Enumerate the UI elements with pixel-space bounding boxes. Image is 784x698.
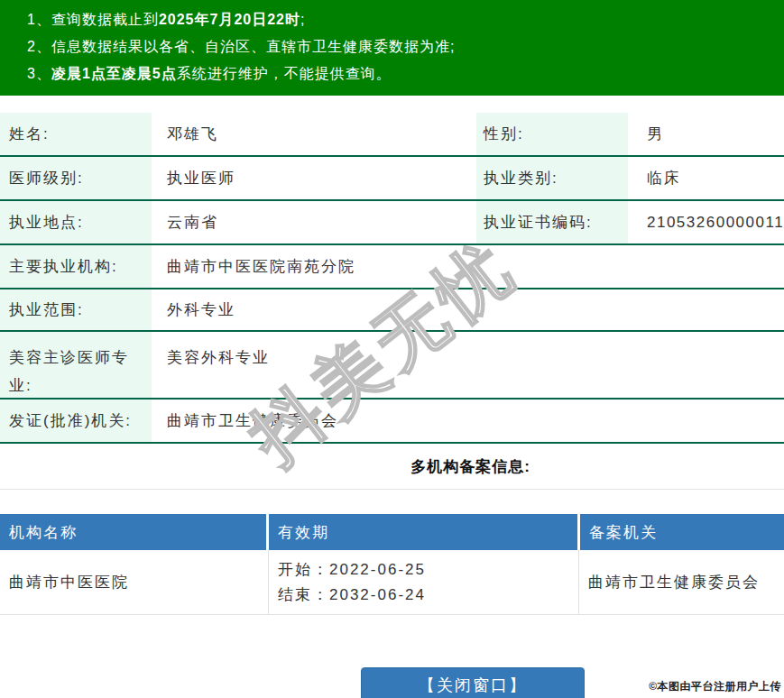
- field-label-text: 执业范围:: [9, 299, 84, 320]
- field-label-text: 执业证书编码:: [484, 212, 593, 233]
- practice-scope-value: 外科专业: [152, 289, 784, 330]
- field-label-text: 姓名:: [9, 124, 50, 144]
- field-value-text: 210532600000117: [647, 214, 784, 232]
- gender-label: 性别:: [476, 113, 628, 155]
- section-title: 多机构备案信息:: [78, 456, 784, 477]
- field-value-text: 临床: [647, 168, 680, 188]
- notice-num: 2、: [27, 39, 51, 54]
- profile-row-main-institution: 主要执业机构: 曲靖市中医医院南苑分院: [0, 245, 784, 289]
- record-authority-cell: 曲靖市卫生健康委员会: [579, 550, 784, 614]
- records-table-header: 机构名称 有效期 备案机关: [0, 514, 784, 550]
- profile-row-location-certno: 执业地点: 云南省 执业证书编码: 210532600000117: [0, 201, 784, 245]
- practice-category-value: 临床: [628, 157, 784, 199]
- header-institution-name: 机构名称: [0, 514, 266, 550]
- issuing-authority-value: 曲靖市卫生健康委员会: [152, 400, 784, 442]
- cert-number-label: 执业证书编码:: [476, 201, 628, 243]
- header-record-authority: 备案机关: [580, 514, 784, 550]
- cosmetic-specialty-label: 美容主诊医师专业:: [0, 332, 152, 398]
- field-value-text: 执业医师: [167, 168, 235, 188]
- name-label: 姓名:: [0, 113, 152, 155]
- header-text: 备案机关: [589, 522, 658, 543]
- field-value-text: 曲靖市中医医院南苑分院: [167, 256, 355, 277]
- cert-number-value: 210532600000117: [628, 201, 784, 243]
- field-value-text: 曲靖市卫生健康委员会: [167, 410, 338, 431]
- field-value-text: 云南省: [167, 212, 218, 233]
- cosmetic-specialty-value: 美容外科专业: [152, 332, 784, 398]
- notice-num: 3、: [27, 66, 51, 81]
- institution-name-cell: 曲靖市中医医院: [0, 550, 269, 614]
- notice-line-1: 1、查询数据截止到2025年7月20日22时;: [27, 6, 775, 33]
- profile-row-name-gender: 姓名: 邓雄飞 性别: 男: [0, 113, 784, 157]
- field-label-text: 美容主诊医师专业:: [9, 344, 144, 400]
- practice-scope-label: 执业范围:: [0, 289, 152, 330]
- header-text: 有效期: [278, 522, 329, 543]
- validity-period-cell: 开始：2022-06-25 结束：2032-06-24: [269, 550, 579, 614]
- field-label-text: 执业地点:: [9, 212, 84, 233]
- notice-text: 查询数据截止到: [51, 12, 159, 27]
- field-value-text: 美容外科专业: [167, 344, 270, 372]
- table-row: 曲靖市中医医院 开始：2022-06-25 结束：2032-06-24 曲靖市卫…: [0, 550, 784, 615]
- field-label-text: 医师级别:: [9, 168, 84, 188]
- field-label-text: 性别:: [484, 124, 524, 144]
- cell-text: 曲靖市中医医院: [9, 572, 268, 592]
- practice-location-label: 执业地点:: [0, 201, 152, 243]
- notice-line-2: 2、信息数据结果以各省、自治区、直辖市卫生健康委数据为准;: [27, 33, 775, 60]
- records-table: 机构名称 有效期 备案机关 曲靖市中医医院 开始：2022-06-25 结束：2…: [0, 514, 784, 615]
- header-text: 机构名称: [9, 522, 78, 543]
- issuing-authority-label: 发证(批准)机关:: [0, 400, 152, 442]
- profile-row-issuing-authority: 发证(批准)机关: 曲靖市卫生健康委员会: [0, 400, 784, 444]
- notice-text-bold: 2025年7月20日22时: [159, 12, 300, 27]
- practice-location-value: 云南省: [152, 201, 476, 243]
- notice-text-bold: 凌晨1点至凌晨5点: [51, 66, 177, 81]
- doctor-profile-table: 姓名: 邓雄飞 性别: 男 医师级别: 执业医师 执业类别: 临床 执业地点: …: [0, 113, 784, 444]
- practice-category-label: 执业类别:: [476, 157, 628, 199]
- notice-text: ;: [300, 12, 305, 27]
- notice-line-3: 3、凌晨1点至凌晨5点系统进行维护，不能提供查询。: [27, 60, 775, 87]
- cell-text: 曲靖市卫生健康委员会: [588, 572, 784, 592]
- upload-attribution: ©本图由平台注册用户上传: [649, 679, 781, 694]
- profile-row-practice-scope: 执业范围: 外科专业: [0, 289, 784, 332]
- close-window-button[interactable]: 【关闭窗口】: [361, 667, 585, 698]
- profile-row-cosmetic-specialty: 美容主诊医师专业: 美容外科专业: [0, 332, 784, 400]
- valid-to-text: 结束：2032-06-24: [278, 583, 578, 608]
- doctor-level-label: 医师级别:: [0, 157, 152, 199]
- field-value-text: 男: [647, 124, 664, 144]
- doctor-level-value: 执业医师: [152, 157, 476, 199]
- profile-row-level-category: 医师级别: 执业医师 执业类别: 临床: [0, 157, 784, 201]
- notice-num: 1、: [27, 12, 51, 27]
- field-label-text: 发证(批准)机关:: [9, 410, 132, 431]
- field-label-text: 执业类别:: [484, 168, 558, 188]
- gender-value: 男: [628, 113, 784, 155]
- notice-text: 信息数据结果以各省、自治区、直辖市卫生健康委数据为准;: [51, 39, 455, 54]
- field-label-text: 主要执业机构:: [9, 256, 118, 277]
- header-validity-period: 有效期: [269, 514, 577, 550]
- notice-text: 系统进行维护，不能提供查询。: [177, 66, 392, 81]
- field-value-text: 邓雄飞: [167, 124, 218, 144]
- main-institution-value: 曲靖市中医医院南苑分院: [152, 245, 784, 288]
- valid-from-text: 开始：2022-06-25: [278, 557, 578, 583]
- main-institution-label: 主要执业机构:: [0, 245, 152, 288]
- multi-institution-section-header: 多机构备案信息:: [0, 444, 784, 490]
- field-value-text: 外科专业: [167, 299, 235, 320]
- name-value: 邓雄飞: [152, 113, 476, 155]
- notice-banner: 1、查询数据截止到2025年7月20日22时; 2、信息数据结果以各省、自治区、…: [0, 0, 784, 96]
